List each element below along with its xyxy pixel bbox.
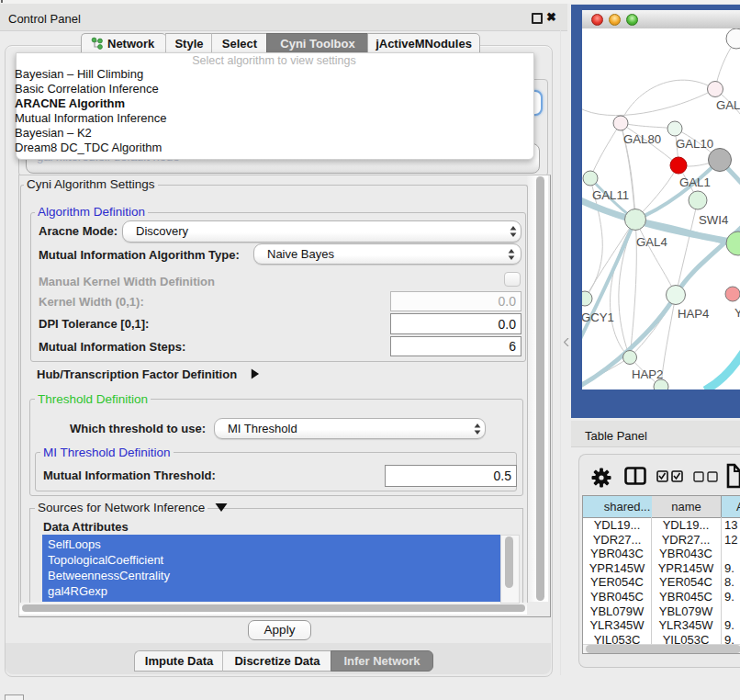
svg-text:GAL80: GAL80 [623,132,661,146]
svg-text:HAP2: HAP2 [632,367,663,381]
svg-text:GAL10: GAL10 [676,137,713,151]
svg-text:SWI4: SWI4 [699,213,728,227]
svg-text:Y: Y [734,306,740,320]
svg-text:GAL4: GAL4 [636,235,667,249]
svg-text:GAL: GAL [716,98,740,112]
svg-text:GAL11: GAL11 [592,188,629,202]
svg-text:GAL1: GAL1 [679,175,711,189]
svg-text:HAP4: HAP4 [678,307,709,321]
svg-text:GCY1: GCY1 [582,310,614,324]
